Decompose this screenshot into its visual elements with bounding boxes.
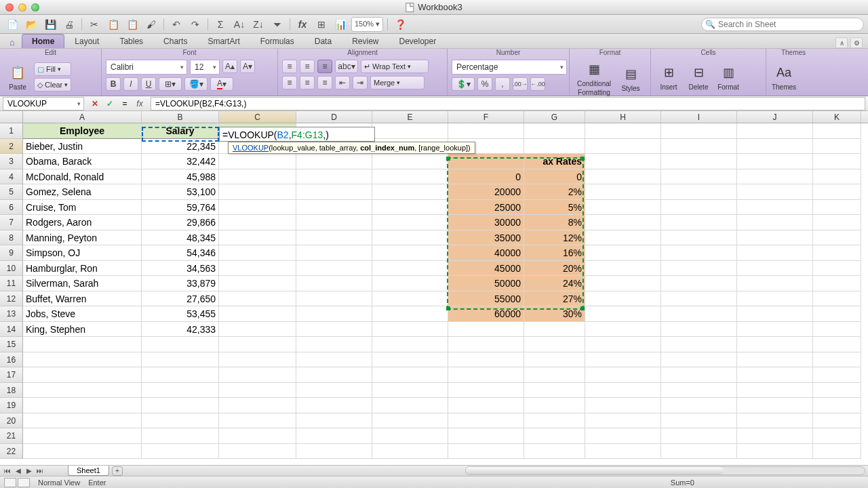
zoom-select[interactable]: 150% ▾ <box>351 17 383 32</box>
cell[interactable] <box>661 428 737 444</box>
cell[interactable] <box>737 444 813 460</box>
cell[interactable] <box>296 444 372 460</box>
cell[interactable] <box>524 123 585 139</box>
col-header-c[interactable]: C <box>219 111 296 123</box>
row-header-22[interactable]: 22 <box>0 444 23 460</box>
cell[interactable] <box>737 276 813 291</box>
orientation-icon[interactable]: abc▾ <box>335 60 358 73</box>
cell[interactable] <box>813 383 861 399</box>
cell[interactable] <box>142 367 219 383</box>
cell[interactable] <box>585 322 661 338</box>
cell[interactable] <box>813 200 861 216</box>
col-header-i[interactable]: I <box>661 111 737 123</box>
cell[interactable]: 20% <box>524 261 585 277</box>
cell[interactable] <box>23 337 142 352</box>
cell[interactable] <box>372 352 448 368</box>
currency-icon[interactable]: 💲▾ <box>452 77 475 91</box>
cell[interactable] <box>372 306 448 322</box>
cell[interactable] <box>296 428 372 444</box>
cell[interactable]: 20000 <box>448 184 524 200</box>
cell[interactable] <box>585 337 661 352</box>
sheet-nav-prev-icon[interactable]: ◀ <box>14 467 23 474</box>
col-header-g[interactable]: G <box>524 111 585 123</box>
select-all-corner[interactable] <box>0 111 23 123</box>
formula-input[interactable]: =VLOOKUP(B2,F4:G13,) <box>151 97 865 110</box>
sheet-nav-last-icon[interactable]: ⏭ <box>35 467 45 474</box>
cell[interactable]: 34,563 <box>142 261 219 277</box>
cell[interactable]: 5% <box>524 200 585 216</box>
cell[interactable] <box>296 291 372 307</box>
cell[interactable] <box>372 444 448 460</box>
cell[interactable] <box>372 215 448 230</box>
print-icon[interactable]: 🖨 <box>61 17 77 32</box>
cell[interactable] <box>813 428 861 444</box>
themes-button[interactable]: AaThemes <box>770 63 797 91</box>
cell[interactable] <box>813 184 861 200</box>
col-header-f[interactable]: F <box>448 111 524 123</box>
cell[interactable] <box>585 291 661 307</box>
cell[interactable]: 22,345 <box>142 139 219 155</box>
cell[interactable] <box>661 276 737 291</box>
cell[interactable] <box>661 200 737 216</box>
cell[interactable] <box>296 200 372 216</box>
cell[interactable]: Cruise, Tom <box>23 200 142 216</box>
cell[interactable]: Hamburglar, Ron <box>23 261 142 277</box>
cell[interactable] <box>813 352 861 368</box>
align-left-icon[interactable]: ≡ <box>282 76 297 89</box>
cell[interactable] <box>296 276 372 291</box>
row-header-15[interactable]: 15 <box>0 337 23 352</box>
tab-data[interactable]: Data <box>304 34 342 48</box>
cell[interactable] <box>219 200 296 216</box>
cell[interactable]: 8% <box>524 215 585 230</box>
cell[interactable] <box>661 352 737 368</box>
cell[interactable] <box>372 200 448 216</box>
cell[interactable]: 54,346 <box>142 245 219 261</box>
spreadsheet-grid[interactable]: A B C D E F G H I J K 1EmployeeSalaryTax… <box>0 111 868 465</box>
paste-button[interactable]: 📋Paste <box>4 63 31 91</box>
tab-smartart[interactable]: SmartArt <box>197 34 250 48</box>
cell[interactable] <box>661 230 737 246</box>
cell[interactable] <box>142 352 219 368</box>
row-header-3[interactable]: 3 <box>0 154 23 169</box>
normal-view-icon[interactable] <box>4 478 16 487</box>
cell[interactable] <box>296 322 372 338</box>
cell[interactable] <box>219 215 296 230</box>
cell[interactable] <box>296 184 372 200</box>
cell[interactable] <box>219 322 296 338</box>
cell[interactable] <box>219 245 296 261</box>
cell[interactable] <box>661 306 737 322</box>
cell[interactable] <box>585 245 661 261</box>
redo-icon[interactable]: ↷ <box>187 17 203 32</box>
col-header-k[interactable]: K <box>813 111 861 123</box>
cell[interactable]: Buffet, Warren <box>23 291 142 307</box>
cell[interactable] <box>585 398 661 413</box>
cell[interactable] <box>585 261 661 277</box>
delete-button[interactable]: ⊟Delete <box>685 63 712 91</box>
cell[interactable]: Silverman, Sarah <box>23 276 142 291</box>
cell[interactable]: 48,345 <box>142 230 219 246</box>
cell[interactable]: Obama, Barack <box>23 154 142 169</box>
cell[interactable]: King, Stephen <box>23 322 142 338</box>
cell[interactable] <box>661 215 737 230</box>
cell[interactable] <box>661 154 737 169</box>
cell[interactable] <box>219 169 296 185</box>
cell[interactable] <box>23 352 142 368</box>
italic-button[interactable]: I <box>123 77 138 91</box>
row-header-19[interactable]: 19 <box>0 398 23 413</box>
cell[interactable] <box>448 367 524 383</box>
cell[interactable] <box>813 123 861 139</box>
bold-button[interactable]: B <box>106 77 121 91</box>
cell[interactable] <box>813 444 861 460</box>
cell[interactable] <box>661 123 737 139</box>
autosum-icon[interactable]: Σ <box>212 17 229 32</box>
cell[interactable] <box>219 428 296 444</box>
cell[interactable]: 29,866 <box>142 215 219 230</box>
cell[interactable]: 59,764 <box>142 200 219 216</box>
cell[interactable]: 0 <box>448 169 524 185</box>
confirm-formula-icon[interactable]: ✓ <box>104 98 115 109</box>
cell[interactable]: 45,988 <box>142 169 219 185</box>
cell[interactable] <box>219 291 296 307</box>
save-icon[interactable]: 💾 <box>42 17 58 32</box>
cell[interactable] <box>23 413 142 429</box>
cell[interactable] <box>142 383 219 399</box>
